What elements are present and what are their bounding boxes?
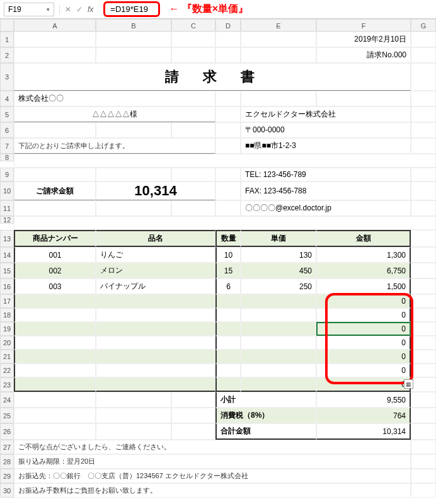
cell[interactable]: [215, 47, 241, 63]
cell[interactable]: [14, 200, 96, 216]
item-name[interactable]: パイナップル: [96, 278, 215, 294]
item-qty[interactable]: 15: [215, 263, 241, 278]
row-25[interactable]: 25: [0, 408, 14, 423]
zero-cell[interactable]: 0: [316, 350, 411, 364]
item-amount[interactable]: 1,500: [316, 278, 411, 294]
cell[interactable]: [411, 469, 436, 483]
corner-cell[interactable]: [0, 19, 14, 32]
cell[interactable]: [411, 32, 436, 47]
th-price[interactable]: 単価: [241, 230, 316, 247]
row-14[interactable]: 14: [0, 247, 14, 263]
item-amount[interactable]: 6,750: [316, 263, 411, 278]
cell[interactable]: [96, 408, 171, 423]
cell[interactable]: [411, 322, 436, 336]
cell[interactable]: [411, 230, 436, 247]
row-18[interactable]: 18: [0, 308, 14, 322]
cell[interactable]: [411, 336, 436, 350]
row-19[interactable]: 19: [0, 322, 14, 336]
cell[interactable]: [14, 408, 96, 423]
cell[interactable]: [411, 408, 436, 423]
cell[interactable]: [411, 181, 436, 200]
col-A[interactable]: A: [14, 19, 96, 32]
company-cell[interactable]: 株式会社〇〇: [14, 91, 215, 106]
autofill-options-icon[interactable]: ▦: [404, 379, 413, 389]
row-22[interactable]: 22: [0, 364, 14, 377]
cell[interactable]: [14, 350, 96, 364]
cell[interactable]: [215, 91, 241, 106]
cell[interactable]: [14, 168, 96, 181]
cell[interactable]: [215, 322, 241, 336]
row-9[interactable]: 9: [0, 168, 14, 181]
item-price[interactable]: 250: [241, 278, 316, 294]
row-8[interactable]: 8: [0, 154, 14, 161]
cell[interactable]: [171, 168, 215, 181]
cell[interactable]: [14, 364, 96, 377]
selected-cell-F19[interactable]: 0: [316, 322, 411, 336]
cell[interactable]: [215, 181, 241, 200]
cell[interactable]: [14, 294, 96, 308]
row-12[interactable]: 12: [0, 216, 14, 224]
cell[interactable]: [215, 200, 241, 216]
cell[interactable]: [96, 350, 215, 364]
row-6[interactable]: 6: [0, 122, 14, 138]
row-28[interactable]: 28: [0, 454, 14, 469]
col-B[interactable]: B: [96, 19, 171, 32]
row-7[interactable]: 7: [0, 138, 14, 154]
cell[interactable]: [96, 200, 171, 216]
cell[interactable]: [411, 106, 436, 122]
subtotal-value[interactable]: 9,550: [316, 392, 411, 408]
cell[interactable]: [411, 63, 436, 91]
total-label[interactable]: 合計金額: [215, 423, 316, 440]
cell[interactable]: [411, 294, 436, 308]
cancel-icon[interactable]: ✕: [65, 5, 71, 14]
subtotal-label[interactable]: 小計: [215, 392, 316, 408]
th-no[interactable]: 商品ナンバー: [14, 230, 96, 247]
row-27[interactable]: 27: [0, 440, 14, 454]
cell[interactable]: [171, 32, 215, 47]
cell[interactable]: [96, 122, 171, 138]
email-cell[interactable]: 〇〇〇〇@excel.doctor.jp: [241, 200, 411, 216]
cell[interactable]: [171, 47, 215, 63]
th-qty[interactable]: 数量: [215, 230, 241, 247]
cell[interactable]: [411, 308, 436, 322]
note-cell[interactable]: 下記のとおりご請求申し上げます。: [14, 138, 215, 154]
zero-cell[interactable]: 0: [316, 336, 411, 350]
zero-cell[interactable]: 0: [316, 364, 411, 377]
zero-cell[interactable]: 0: [316, 377, 411, 392]
footer-line[interactable]: 振り込み期限：翌月20日: [14, 454, 411, 469]
cell[interactable]: [411, 392, 436, 408]
tax-label[interactable]: 消費税（8%）: [215, 408, 316, 423]
cell[interactable]: [96, 32, 171, 47]
row-15[interactable]: 15: [0, 263, 14, 278]
address-cell[interactable]: ■■県■■市1-2-3: [241, 138, 411, 154]
row-10[interactable]: 10: [0, 181, 14, 200]
row-2[interactable]: 2: [0, 47, 14, 63]
fax-cell[interactable]: FAX: 123-456-788: [241, 181, 411, 200]
cell[interactable]: [411, 350, 436, 364]
row-17[interactable]: 17: [0, 294, 14, 308]
footer-line[interactable]: ご不明な点がございましたら、ご連絡ください。: [14, 440, 411, 454]
title-cell[interactable]: 請 求 書: [14, 63, 411, 91]
row-21[interactable]: 21: [0, 350, 14, 364]
item-price[interactable]: 450: [241, 263, 316, 278]
cell[interactable]: [14, 392, 96, 408]
cell[interactable]: [411, 122, 436, 138]
cell[interactable]: [171, 408, 215, 423]
spreadsheet-grid[interactable]: A B C D E F G 1 2019年2月10日 2 請求No.000 3 …: [0, 19, 436, 498]
cell[interactable]: [241, 322, 316, 336]
row-26[interactable]: 26: [0, 423, 14, 440]
date-cell[interactable]: 2019年2月10日: [316, 32, 411, 47]
cell[interactable]: [411, 91, 436, 106]
row-11[interactable]: 11: [0, 200, 14, 216]
item-qty[interactable]: 6: [215, 278, 241, 294]
item-no[interactable]: 003: [14, 278, 96, 294]
cell[interactable]: [14, 154, 436, 168]
cell[interactable]: [411, 483, 436, 498]
cell[interactable]: [411, 47, 436, 63]
th-name[interactable]: 品名: [96, 230, 215, 247]
cell[interactable]: [215, 32, 241, 47]
cell[interactable]: [316, 91, 411, 106]
cell[interactable]: [171, 122, 215, 138]
cell[interactable]: [411, 263, 436, 278]
total-value[interactable]: 10,314: [316, 423, 411, 440]
